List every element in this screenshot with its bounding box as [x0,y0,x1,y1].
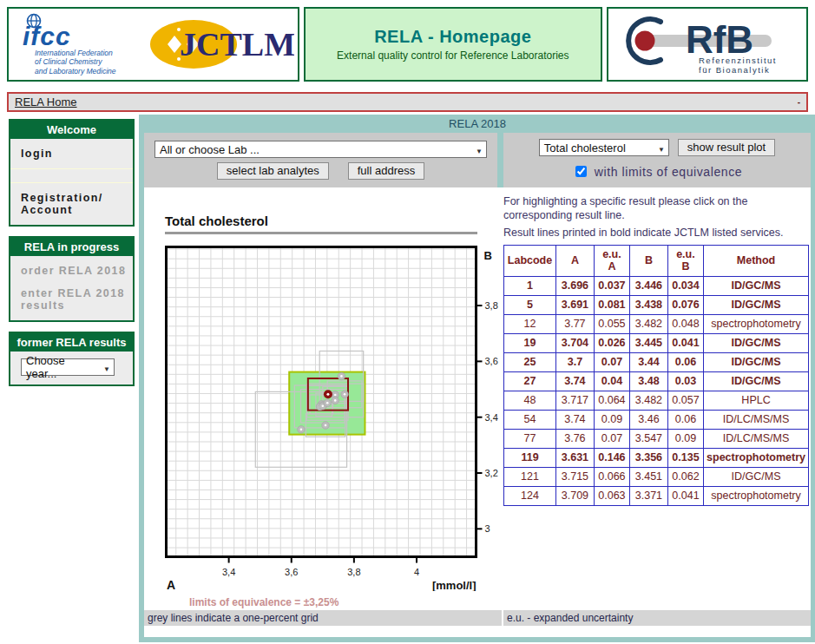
result-cell: 3.717 [556,391,595,410]
result-cell: 3.704 [556,333,595,352]
result-cell: 3.445 [630,333,668,352]
result-cell: 3.356 [630,448,668,467]
result-cell: ID/GC/MS [704,352,809,371]
result-cell: 3.74 [556,410,595,429]
result-row[interactable]: 273.740.043.480.03ID/GC/MS [504,371,809,391]
analyte-controls-panel: Total cholesterol show result plot with … [503,133,811,187]
result-row[interactable]: 123.770.0553.4820.048spectrophotometry [504,314,809,333]
column-header: e.u.A [594,245,629,276]
result-cell: 0.06 [667,352,703,371]
result-cell: 0.09 [667,429,703,448]
column-header: A [556,245,595,276]
svg-text:4: 4 [414,567,419,577]
result-cell: ID/GC/MS [704,467,809,486]
result-cell: 0.146 [594,448,629,467]
result-row[interactable]: 543.740.093.460.06ID/LC/MS/MS [504,410,809,429]
result-row[interactable]: 483.7170.0643.4820.057HPLC [504,391,809,410]
banner-subtitle: External quality control for Reference L… [306,49,601,62]
result-row[interactable]: 193.7040.0263.4450.041ID/GC/MS [504,333,809,352]
result-row[interactable]: 253.70.073.440.06ID/GC/MS [504,352,809,371]
result-cell: 3.48 [630,371,668,391]
result-cell: 0.081 [594,295,629,314]
ifcc-jctlm-logo-box: ifcc International Federation of Clinica… [7,7,299,82]
globe-icon [26,13,42,29]
chevron-down-icon [470,143,483,156]
result-row[interactable]: 53.6910.0813.4380.076ID/GC/MS [504,295,809,314]
content-area: Total cholesterol 3,43,63,843,83,63,43,2… [144,187,811,637]
result-row[interactable]: 1213.7150.0663.4510.062ID/GC/MS [504,467,809,486]
column-header: Method [704,245,809,276]
result-cell: 0.03 [667,371,703,391]
banner-title: RELA - Homepage [306,27,601,47]
result-plot: 3,43,63,843,83,63,43,23BA[mmol/l] [165,246,499,591]
y-axis-label: B [484,249,492,262]
results-table: LabcodeAe.u.ABe.u.BMethod13.6960.0373.44… [503,245,809,506]
show-result-plot-button[interactable]: show result plot [678,139,775,156]
column-header: Labcode [504,245,556,276]
result-cell: 3.76 [556,429,595,448]
svg-text:3: 3 [485,523,490,534]
svg-text:3,8: 3,8 [485,300,498,311]
result-cell: 12 [504,314,556,333]
sidebar-former-box: former RELA results Choose year... [9,332,135,386]
result-cell: 0.135 [667,448,703,467]
jctlm-logo: JCTLM [148,17,294,71]
result-cell: 0.07 [594,352,629,371]
result-row[interactable]: 1193.6310.1463.3560.135spectrophotometry [504,448,809,467]
footer-notes: grey lines indicate a one-percent grid e… [144,610,811,626]
sidebar-item-order-rela[interactable]: order RELA 2018 [10,256,133,286]
result-cell: 0.034 [667,276,703,295]
result-cell: 0.048 [667,314,703,333]
page-title: RELA 2018 [144,115,811,133]
limits-checkbox-label[interactable]: with limits of equivalence [595,165,742,179]
unit-label: [mmol/l] [432,579,477,592]
limits-checkbox[interactable] [575,166,587,177]
result-row[interactable]: 773.760.073.5470.09ID/LC/MS/MS [504,429,809,448]
result-cell: spectrophotometry [704,448,809,467]
result-cell: 0.07 [594,429,629,448]
result-cell: 19 [504,333,556,352]
result-cell: ID/GC/MS [704,295,809,314]
svg-text:für Bioanalytik: für Bioanalytik [699,65,770,75]
result-cell: 3.451 [630,467,668,486]
result-cell: 0.057 [667,391,703,410]
select-lab-analytes-button[interactable]: select lab analytes [217,162,329,180]
result-cell: 3.77 [556,314,595,333]
result-cell: 0.041 [667,486,703,505]
year-select[interactable]: Choose year... [21,358,115,376]
result-cell: 3.547 [630,429,668,448]
result-cell: 25 [504,352,556,371]
plot-title: Total cholesterol [165,214,503,228]
result-cell: spectrophotometry [704,486,809,505]
result-cell: 0.062 [667,467,703,486]
result-cell: 3.709 [556,486,595,505]
sidebar-item-enter-results[interactable]: enter RELA 2018 results [10,286,133,320]
full-address-button[interactable]: full address [348,162,424,180]
sidebar: Welcome login Registration/ Account RELA… [0,115,139,642]
result-cell: 0.06 [667,410,703,429]
result-cell: 119 [504,448,556,467]
result-row[interactable]: 1243.7090.0633.3710.041spectrophotometry [504,486,809,505]
result-cell: 3.696 [556,276,595,295]
result-cell: 0.066 [594,467,629,486]
result-row[interactable]: 13.6960.0373.4460.034ID/GC/MS [504,276,809,295]
result-cell: 0.063 [594,486,629,505]
result-cell: 124 [504,486,556,505]
column-header: B [630,245,668,276]
sidebar-item-registration[interactable]: Registration/ Account [10,183,133,225]
result-cell: 3.482 [630,314,668,333]
info-panel: For highlighting a specific result pleas… [503,187,811,608]
result-cell: 3.691 [556,295,595,314]
eu-note: e.u. - expanded uncertainty [503,610,811,626]
breadcrumb-collapse-link[interactable]: - [798,97,800,107]
analyte-select[interactable]: Total cholesterol [539,139,669,156]
result-cell: 48 [504,391,556,410]
instruction-line2: Result lines printed in bold indicate JC… [503,227,807,240]
grid-note: grey lines indicate a one-percent grid [144,610,502,626]
result-cell: 3.44 [630,352,668,371]
breadcrumb-home-link[interactable]: RELA Home [15,95,77,108]
result-cell: ID/GC/MS [704,276,809,295]
lab-select[interactable]: All or choose Lab ... [154,141,487,158]
result-cell: 0.04 [594,371,629,391]
sidebar-item-login[interactable]: login [10,139,133,168]
